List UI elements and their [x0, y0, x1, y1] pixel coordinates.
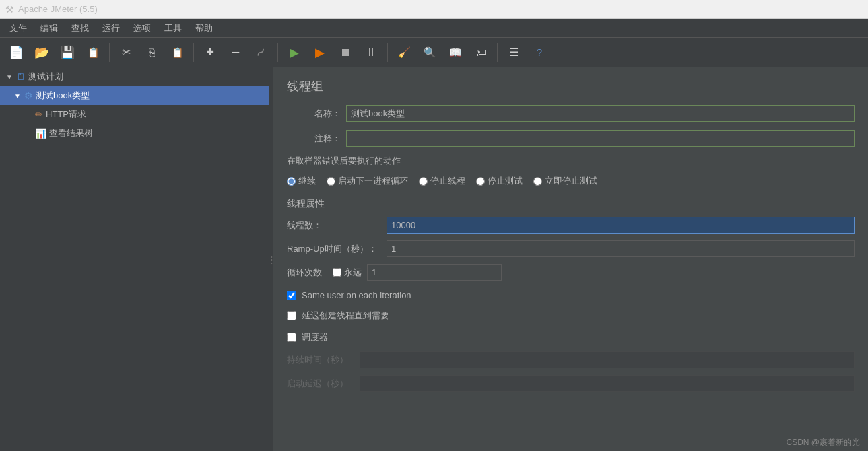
menu-file[interactable]: 文件	[3, 20, 34, 37]
thread-count-row: 线程数：	[287, 217, 855, 234]
copy-button[interactable]: ⎘	[139, 40, 164, 65]
wand-button[interactable]: 〜	[244, 35, 279, 69]
tree-label-http-request: HTTP请求	[46, 108, 263, 120]
pause-button[interactable]: ⏸	[359, 40, 383, 65]
toolbar-sep-5	[497, 43, 498, 62]
tree-item-view-results[interactable]: 📊 查看结果树	[0, 124, 269, 143]
radio-stop-now[interactable]: 立即停止测试	[533, 175, 597, 187]
loop-count-input[interactable]	[367, 264, 502, 281]
loop-count-label: 循环次数	[287, 267, 327, 279]
radio-start-next-input[interactable]	[327, 177, 335, 186]
cut-button[interactable]: ✂	[114, 40, 138, 65]
delay-input	[360, 375, 855, 392]
ramp-up-input[interactable]	[387, 240, 855, 257]
same-user-checkbox[interactable]	[287, 291, 296, 300]
forever-checkbox[interactable]	[333, 268, 341, 277]
same-user-label: Same user on each iteration	[302, 290, 411, 300]
title-bar: ⚒ Apache JMeter (5.5)	[0, 0, 868, 19]
tree-label-view-results: 查看结果树	[49, 127, 263, 139]
add-button[interactable]: +	[198, 40, 222, 65]
comment-label: 注释：	[287, 133, 341, 145]
name-row: 名称：	[287, 105, 855, 122]
menu-bar: 文件 编辑 查找 运行 选项 工具 帮助	[0, 19, 868, 38]
menu-tools[interactable]: 工具	[158, 20, 189, 37]
ramp-up-label: Ramp-Up时间（秒）：	[287, 243, 381, 255]
http-request-icon: ✏	[35, 109, 43, 120]
delay-create-checkbox[interactable]	[287, 311, 296, 320]
clear-button[interactable]: 🧹	[392, 40, 416, 65]
magnify-button[interactable]: 🔍	[418, 40, 442, 65]
paste-button[interactable]: 📋	[165, 40, 189, 65]
toolbar-sep-2	[193, 43, 194, 62]
radio-start-next[interactable]: 启动下一进程循环	[327, 175, 408, 187]
menu-run[interactable]: 运行	[96, 20, 127, 37]
watermark: CSDN @裹着新的光	[778, 434, 868, 451]
thread-props-section: 线程属性 线程数： Ramp-Up时间（秒）： 循环次数 永远	[287, 198, 855, 281]
open-button[interactable]: 📂	[30, 40, 54, 65]
scheduler-checkbox[interactable]	[287, 333, 296, 342]
test-plan-icon: 🗒	[16, 71, 26, 82]
radio-stop-now-input[interactable]	[533, 177, 542, 186]
duration-row: 持续时间（秒）	[287, 351, 855, 368]
save-as-button[interactable]: 📋	[81, 40, 105, 65]
thread-count-label: 线程数：	[287, 219, 381, 232]
tree-item-thread-group[interactable]: ▼ ⚙ 测试book类型	[0, 86, 269, 105]
name-input[interactable]	[346, 105, 855, 122]
save-button[interactable]: 💾	[55, 40, 79, 65]
toolbar: 📄 📂 💾 📋 ✂ ⎘ 📋 + − 〜 ▶ ▶ ⏹ ⏸ 🧹 🔍 📖 🏷 ☰ ?	[0, 38, 868, 67]
radio-stop-thread-input[interactable]	[419, 177, 428, 186]
tree-item-test-plan[interactable]: ▼ 🗒 测试计划	[0, 67, 269, 86]
app-title: Apache JMeter (5.5)	[18, 4, 98, 14]
radio-stop-test-input[interactable]	[476, 177, 485, 186]
radio-stop-thread-label: 停止线程	[430, 175, 465, 187]
stop-button[interactable]: ⏹	[333, 40, 358, 65]
book-button[interactable]: 📖	[443, 40, 467, 65]
menu-find[interactable]: 查找	[65, 20, 96, 37]
main-layout: ▼ 🗒 测试计划 ▼ ⚙ 测试book类型 ✏ HTTP请求 📊 查看结果树 ⋮…	[0, 67, 868, 451]
duration-input	[360, 351, 855, 368]
action-title: 在取样器错误后要执行的动作	[287, 155, 855, 167]
list-button[interactable]: ☰	[502, 40, 526, 65]
radio-stop-test-label: 停止测试	[488, 175, 523, 187]
menu-help[interactable]: 帮助	[189, 20, 220, 37]
tree-arrow-test-plan: ▼	[5, 73, 13, 81]
toolbar-sep-1	[109, 43, 110, 62]
radio-stop-now-label: 立即停止测试	[545, 175, 597, 187]
thread-count-input[interactable]	[387, 217, 855, 234]
duration-label: 持续时间（秒）	[287, 354, 354, 366]
new-button[interactable]: 📄	[4, 40, 28, 65]
comment-row: 注释：	[287, 130, 855, 147]
action-section: 在取样器错误后要执行的动作 继续 启动下一进程循环 停止线程 停止测试	[287, 155, 855, 190]
same-user-row: Same user on each iteration	[287, 289, 855, 302]
radio-start-next-label: 启动下一进程循环	[338, 175, 408, 187]
menu-options[interactable]: 选项	[127, 20, 158, 37]
comment-input[interactable]	[346, 130, 855, 147]
bottom-section: 持续时间（秒） 启动延迟（秒）	[287, 351, 855, 392]
forever-label: 永远	[344, 267, 362, 279]
tree-item-http-request[interactable]: ✏ HTTP请求	[0, 105, 269, 124]
menu-edit[interactable]: 编辑	[34, 20, 65, 37]
tag-button[interactable]: 🏷	[469, 40, 493, 65]
tree-label-test-plan: 测试计划	[28, 71, 263, 83]
view-results-icon: 📊	[35, 128, 46, 139]
forever-check[interactable]: 永远	[333, 267, 362, 279]
scheduler-label: 调度器	[302, 331, 328, 343]
ramp-up-row: Ramp-Up时间（秒）：	[287, 240, 855, 257]
radio-continue-input[interactable]	[287, 177, 296, 186]
run-button[interactable]: ▶	[282, 40, 306, 65]
panel-title: 线程组	[287, 78, 855, 94]
delay-create-row: 延迟创建线程直到需要	[287, 308, 855, 323]
scheduler-row: 调度器	[287, 330, 855, 345]
prop-section-title: 线程属性	[287, 198, 855, 210]
watermark-text: CSDN @裹着新的光	[786, 438, 860, 447]
run-stop-button[interactable]: ▶	[308, 40, 332, 65]
radio-stop-test[interactable]: 停止测试	[476, 175, 523, 187]
left-panel: ▼ 🗒 测试计划 ▼ ⚙ 测试book类型 ✏ HTTP请求 📊 查看结果树	[0, 67, 269, 451]
app-icon: ⚒	[5, 4, 14, 15]
radio-continue-label: 继续	[298, 175, 316, 187]
delay-row: 启动延迟（秒）	[287, 375, 855, 392]
radio-continue[interactable]: 继续	[287, 175, 316, 187]
help-button[interactable]: ?	[527, 40, 552, 65]
radio-stop-thread[interactable]: 停止线程	[419, 175, 465, 187]
delay-create-label: 延迟创建线程直到需要	[302, 310, 389, 322]
